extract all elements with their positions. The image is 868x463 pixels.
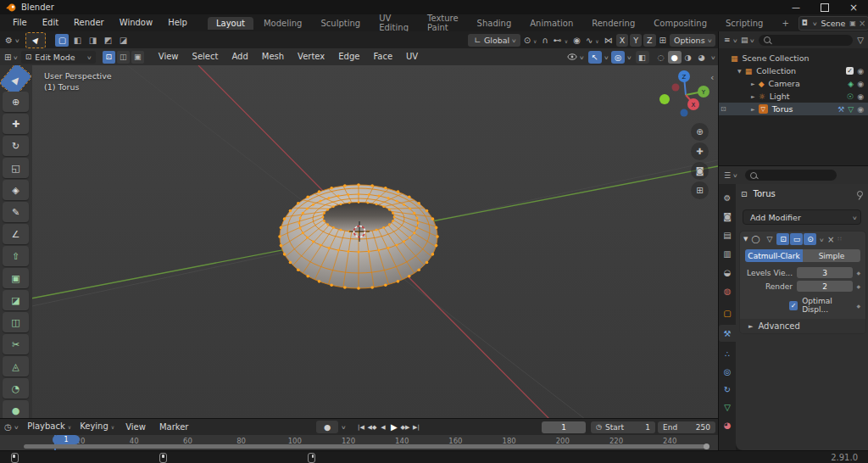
- simple-button[interactable]: Simple: [803, 249, 860, 262]
- rendered-shading-icon[interactable]: ◕: [695, 51, 709, 64]
- menu-help[interactable]: Help: [160, 14, 195, 31]
- workspace-tab-layout[interactable]: Layout: [208, 17, 253, 30]
- edit-mode-toggle-icon[interactable]: ⊡: [776, 233, 789, 245]
- select-option-icon-4[interactable]: ◪: [116, 34, 130, 47]
- scrollbar-handle[interactable]: [704, 443, 709, 449]
- sidebar-collapse-icon[interactable]: ‹: [710, 72, 714, 83]
- tab-scene[interactable]: ◒: [719, 264, 736, 281]
- levels-viewport-field[interactable]: 3: [797, 267, 853, 278]
- ortho-grid-icon[interactable]: ⊞: [691, 181, 709, 199]
- extras-chevron-icon[interactable]: ∨: [819, 237, 825, 243]
- levels-render-field[interactable]: 2: [797, 281, 853, 292]
- viewport-menu-mesh[interactable]: Mesh: [255, 48, 291, 65]
- jump-to-start-button[interactable]: |◀: [355, 421, 366, 433]
- mirror-z-button[interactable]: Z: [643, 34, 656, 47]
- tool-poly-build[interactable]: ◬: [3, 356, 29, 377]
- frame-end-field[interactable]: End 250: [658, 421, 715, 433]
- tool-extrude-region[interactable]: ⇧: [3, 246, 29, 266]
- visibility-eye-icon[interactable]: ◉: [857, 67, 864, 75]
- vertex-select-icon[interactable]: ⊡: [103, 51, 115, 64]
- workspace-tab-animation[interactable]: Animation: [521, 17, 581, 30]
- proportional-edit-icon[interactable]: ◉: [570, 36, 583, 45]
- pivot-point-icon[interactable]: ⊙∨: [521, 36, 540, 45]
- timeline-menu-marker[interactable]: Marker: [153, 419, 196, 436]
- falloff-icon[interactable]: ∿∨: [583, 36, 602, 45]
- gizmos-toggle-icon[interactable]: ↖: [588, 51, 602, 64]
- mode-dropdown[interactable]: ⊡ Edit Mode ∨: [21, 51, 96, 64]
- editor-type-tool-icon[interactable]: ⚙∨: [5, 36, 19, 45]
- close-icon[interactable]: ×: [859, 19, 865, 28]
- outliner-row-camera[interactable]: ►◆Camera◈◉: [719, 77, 868, 90]
- delete-modifier-icon[interactable]: ×: [827, 235, 834, 244]
- outliner-row-torus[interactable]: ⊡►▽Torus⚒▽◉: [719, 103, 868, 115]
- on-cage-toggle-icon[interactable]: ▽: [763, 233, 776, 245]
- workspace-tab-modeling[interactable]: Modeling: [255, 17, 311, 30]
- select-option-icon-1[interactable]: ◧: [70, 34, 84, 47]
- snap-increment-icon[interactable]: ⊞: [657, 36, 669, 45]
- tool-inset-faces[interactable]: ▣: [3, 268, 29, 288]
- wireframe-shading-icon[interactable]: ◌: [654, 51, 668, 64]
- menu-edit[interactable]: Edit: [35, 14, 66, 31]
- add-modifier-dropdown[interactable]: Add Modifier ∨: [743, 209, 861, 225]
- menu-render[interactable]: Render: [66, 14, 112, 31]
- object-visibility-icon[interactable]: ∨: [567, 53, 583, 60]
- outliner-display-mode-icon[interactable]: ▤∨: [741, 36, 754, 44]
- timeline-menu-view[interactable]: View: [119, 419, 153, 436]
- minimize-button[interactable]: —: [782, 0, 810, 14]
- properties-search-input[interactable]: [745, 170, 837, 181]
- timeline-editor-icon[interactable]: ◷∨: [4, 422, 18, 432]
- keying-chevron-icon[interactable]: ∨: [341, 424, 347, 430]
- overlays-toggle-icon[interactable]: ◎: [611, 51, 625, 64]
- tool-smooth[interactable]: ●: [3, 400, 29, 419]
- tool-annotate[interactable]: ✎: [3, 202, 29, 222]
- expand-arrow-icon[interactable]: ►: [751, 106, 755, 112]
- timeline-ruler[interactable]: 20406080100120140160180200220240 1: [0, 435, 719, 450]
- viewport-menu-uv[interactable]: UV: [399, 48, 425, 65]
- active-tool-button[interactable]: ▶: [25, 32, 46, 48]
- catmull-clark-button[interactable]: Catmull-Clark: [745, 249, 803, 262]
- jump-to-end-button[interactable]: ▶|: [410, 421, 421, 433]
- realtime-toggle-icon[interactable]: ▭: [790, 233, 803, 245]
- tab-physics[interactable]: ◎: [719, 363, 736, 380]
- camera-view-icon[interactable]: ◙: [691, 162, 709, 180]
- solid-shading-icon[interactable]: ●: [668, 51, 682, 64]
- timeline-menu-playback[interactable]: Playback∨: [23, 418, 75, 436]
- material-shading-icon[interactable]: ◑: [682, 51, 695, 64]
- tool-rotate[interactable]: ↻: [3, 136, 29, 156]
- tab-constraints[interactable]: ↻: [719, 381, 736, 398]
- viewport-menu-face[interactable]: Face: [366, 48, 399, 65]
- filter-funnel-icon[interactable]: ▽: [857, 36, 864, 45]
- workspace-tab-scripting[interactable]: Scripting: [717, 17, 771, 30]
- outliner-search-input[interactable]: [759, 35, 853, 46]
- viewport-menu-edge[interactable]: Edge: [331, 48, 366, 65]
- expand-arrow-icon[interactable]: ▼: [743, 236, 748, 243]
- outliner-editor-icon[interactable]: ≡∨: [724, 36, 737, 44]
- tool-knife[interactable]: ✂: [3, 334, 29, 354]
- maximize-button[interactable]: [810, 0, 839, 14]
- tool-loop-cut[interactable]: ◫: [3, 312, 29, 332]
- viewport-menu-view[interactable]: View: [152, 48, 186, 65]
- snap-target-icon[interactable]: ⊷∨: [551, 36, 570, 45]
- select-option-icon-3[interactable]: ◩: [101, 34, 114, 47]
- viewport-menu-select[interactable]: Select: [186, 48, 225, 65]
- tool-measure[interactable]: ∠: [3, 224, 29, 244]
- visibility-eye-icon[interactable]: ◉: [857, 105, 864, 114]
- collapse-arrow-icon[interactable]: ▼: [737, 68, 742, 74]
- camera-data-icon[interactable]: ◈: [848, 80, 854, 88]
- outliner-row-light[interactable]: ►☼Light☉◉: [719, 90, 868, 103]
- tool-move[interactable]: ✚: [3, 114, 29, 134]
- current-frame-field[interactable]: 1: [542, 421, 586, 433]
- zoom-icon[interactable]: ⊕: [691, 123, 709, 141]
- mirror-x-button[interactable]: X: [616, 34, 629, 47]
- region-divider[interactable]: [718, 31, 719, 450]
- snap-magnet-icon[interactable]: ∩: [539, 36, 550, 45]
- tab-object-data[interactable]: ▽: [719, 399, 736, 416]
- edge-select-icon[interactable]: ◫: [117, 51, 130, 64]
- xray-toggle-icon[interactable]: ◧: [636, 51, 649, 64]
- options-dropdown[interactable]: Options∨: [670, 34, 715, 47]
- mesh-data-icon[interactable]: ▽: [848, 105, 854, 114]
- add-workspace-button[interactable]: +: [773, 17, 797, 30]
- playhead-frame-badge[interactable]: 1: [53, 435, 80, 444]
- collapse-arrow-icon[interactable]: ►: [748, 323, 753, 330]
- outliner-row-collection[interactable]: ▼▦Collection✓◉: [719, 64, 868, 77]
